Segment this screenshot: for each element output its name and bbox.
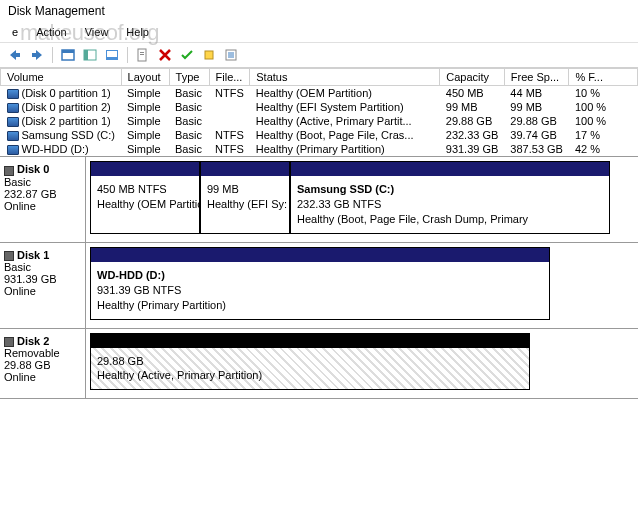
svg-rect-8 [140, 54, 144, 55]
col-type[interactable]: Type [169, 69, 209, 86]
volume-fs [209, 114, 250, 128]
partition-status: Healthy (Active, Primary Partition) [97, 368, 523, 383]
forward-icon[interactable] [28, 46, 46, 64]
volume-pct: 42 % [569, 142, 638, 156]
disk-label-block[interactable]: Disk 0 Basic 232.87 GB Online [0, 157, 86, 242]
volume-layout: Simple [121, 114, 169, 128]
volume-pct: 10 % [569, 86, 638, 101]
table-row[interactable]: (Disk 0 partition 2)SimpleBasicHealthy (… [1, 100, 638, 114]
menu-help[interactable]: Help [118, 24, 157, 40]
disk-row: Disk 1 Basic 931.39 GB OnlineWD-HDD (D:)… [0, 243, 638, 329]
toolbar-separator [52, 47, 53, 63]
disk-label-block[interactable]: Disk 2 Removable 29.88 GB Online [0, 329, 86, 399]
volume-list[interactable]: Volume Layout Type File... Status Capaci… [0, 68, 638, 156]
volume-status: Healthy (EFI System Partition) [250, 100, 440, 114]
partition-block[interactable]: 99 MBHealthy (EFI Sy: [200, 161, 290, 234]
volume-capacity: 232.33 GB [440, 128, 505, 142]
partition-block[interactable]: WD-HDD (D:)931.39 GB NTFSHealthy (Primar… [90, 247, 550, 320]
volume-type: Basic [169, 142, 209, 156]
disk-size: 232.87 GB [4, 188, 81, 200]
partition-title: WD-HDD (D:) [97, 268, 543, 283]
partition-header-stripe [91, 248, 549, 262]
partition-status: Healthy (Boot, Page File, Crash Dump, Pr… [297, 212, 603, 227]
volume-capacity: 450 MB [440, 86, 505, 101]
col-freespace[interactable]: Free Sp... [504, 69, 569, 86]
volume-free: 387.53 GB [504, 142, 569, 156]
volume-icon [7, 103, 19, 113]
volume-status: Healthy (Boot, Page File, Cras... [250, 128, 440, 142]
table-row[interactable]: (Disk 2 partition 1)SimpleBasicHealthy (… [1, 114, 638, 128]
menu-file[interactable]: e [4, 24, 26, 40]
list-icon[interactable] [222, 46, 240, 64]
svg-rect-9 [205, 51, 213, 59]
check-icon[interactable] [178, 46, 196, 64]
partition-block[interactable]: 450 MB NTFSHealthy (OEM Partitic [90, 161, 200, 234]
partition-body: 450 MB NTFSHealthy (OEM Partitic [91, 176, 199, 233]
col-filesys[interactable]: File... [209, 69, 250, 86]
disk-graphical-view: Disk 0 Basic 232.87 GB Online450 MB NTFS… [0, 156, 638, 399]
volume-fs: NTFS [209, 142, 250, 156]
partition-status: Healthy (OEM Partitic [97, 197, 193, 212]
menu-view[interactable]: View [77, 24, 117, 40]
volume-pct: 17 % [569, 128, 638, 142]
disk-name: Disk 2 [17, 335, 49, 347]
partition-header-stripe [91, 162, 199, 176]
volume-name: Samsung SSD (C:) [22, 129, 116, 141]
volume-free: 44 MB [504, 86, 569, 101]
disk-type: Basic [4, 176, 81, 188]
partition-size: 931.39 GB NTFS [97, 283, 543, 298]
col-status[interactable]: Status [250, 69, 440, 86]
volume-fs: NTFS [209, 86, 250, 101]
volume-free: 29.88 GB [504, 114, 569, 128]
table-row[interactable]: WD-HDD (D:)SimpleBasicNTFSHealthy (Prima… [1, 142, 638, 156]
volume-layout: Simple [121, 86, 169, 101]
partition-title: Samsung SSD (C:) [297, 182, 603, 197]
window-icon[interactable] [59, 46, 77, 64]
col-layout[interactable]: Layout [121, 69, 169, 86]
svg-rect-5 [107, 51, 117, 57]
disk-icon [4, 251, 14, 261]
volume-capacity: 99 MB [440, 100, 505, 114]
partition-header-stripe [291, 162, 609, 176]
volume-status: Healthy (OEM Partition) [250, 86, 440, 101]
console-icon[interactable] [103, 46, 121, 64]
menu-action[interactable]: Action [28, 24, 75, 40]
disk-status: Online [4, 285, 81, 297]
col-capacity[interactable]: Capacity [440, 69, 505, 86]
col-pctfree[interactable]: % F... [569, 69, 638, 86]
partition-body: 29.88 GBHealthy (Active, Primary Partiti… [91, 348, 529, 390]
disk-name: Disk 1 [17, 249, 49, 261]
volume-type: Basic [169, 100, 209, 114]
toolbar-separator [127, 47, 128, 63]
table-row[interactable]: (Disk 0 partition 1)SimpleBasicNTFSHealt… [1, 86, 638, 101]
volume-capacity: 29.88 GB [440, 114, 505, 128]
volume-layout: Simple [121, 128, 169, 142]
properties-icon[interactable] [134, 46, 152, 64]
back-icon[interactable] [6, 46, 24, 64]
disk-status: Online [4, 200, 81, 212]
disk-label-block[interactable]: Disk 1 Basic 931.39 GB Online [0, 243, 86, 328]
refresh-icon[interactable] [200, 46, 218, 64]
volume-capacity: 931.39 GB [440, 142, 505, 156]
panel-icon[interactable] [81, 46, 99, 64]
partition-block[interactable]: Samsung SSD (C:)232.33 GB NTFSHealthy (B… [290, 161, 610, 234]
volume-free: 39.74 GB [504, 128, 569, 142]
disk-type: Removable [4, 347, 81, 359]
volume-icon [7, 117, 19, 127]
menu-bar: e Action View Help [0, 22, 638, 43]
disk-name: Disk 0 [17, 163, 49, 175]
table-row[interactable]: Samsung SSD (C:)SimpleBasicNTFSHealthy (… [1, 128, 638, 142]
delete-icon[interactable] [156, 46, 174, 64]
volume-type: Basic [169, 86, 209, 101]
partition-size: 450 MB NTFS [97, 182, 193, 197]
partition-block[interactable]: 29.88 GBHealthy (Active, Primary Partiti… [90, 333, 530, 391]
svg-rect-3 [84, 50, 88, 60]
partition-area: 29.88 GBHealthy (Active, Primary Partiti… [86, 329, 638, 399]
volume-fs: NTFS [209, 128, 250, 142]
volume-pct: 100 % [569, 100, 638, 114]
volume-name: (Disk 0 partition 2) [22, 101, 111, 113]
col-volume[interactable]: Volume [1, 69, 122, 86]
partition-area: WD-HDD (D:)931.39 GB NTFSHealthy (Primar… [86, 243, 638, 328]
partition-body: WD-HDD (D:)931.39 GB NTFSHealthy (Primar… [91, 262, 549, 319]
svg-rect-1 [62, 50, 74, 53]
